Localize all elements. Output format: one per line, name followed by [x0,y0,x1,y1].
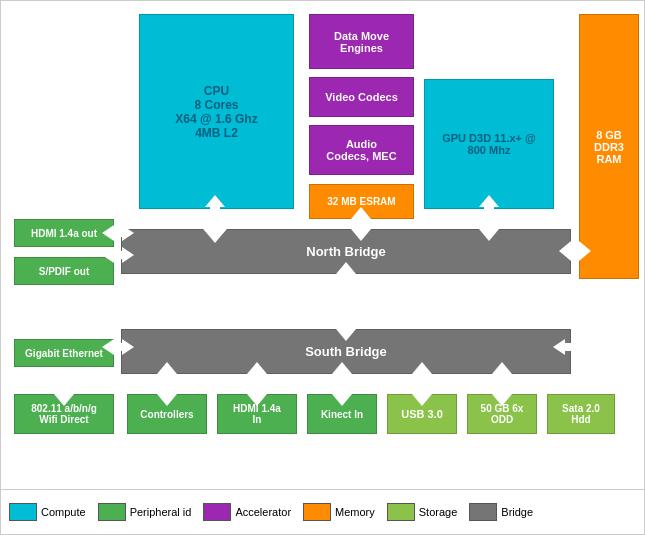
usb-label: USB 3.0 [401,408,443,420]
south-bridge-block: South Bridge [121,329,571,374]
cpu-label: CPU 8 Cores X64 @ 1.6 Ghz 4MB L2 [175,84,257,140]
gige-block: Gigabit Ethernet [14,339,114,367]
legend-accelerator: Accelerator [203,503,291,521]
svg-marker-47 [573,339,585,355]
odd-block: 50 GB 6x ODD [467,394,537,434]
south-bridge-label: South Bridge [305,344,387,359]
gpu-label: GPU D3D 11.x+ @ 800 Mhz [442,132,536,156]
audio-codecs-label: Audio Codecs, MEC [326,138,396,162]
legend-peripheral-label: Peripheral id [130,506,192,518]
legend-compute-box [9,503,37,521]
diagram-container: CPU 8 Cores X64 @ 1.6 Ghz 4MB L2 GPU D3D… [0,0,645,490]
kinect-label: Kinect In [321,409,363,420]
esram-label: 32 MB ESRAM [327,196,395,207]
sata-label: Sata 2.0 Hdd [562,403,600,425]
legend-compute: Compute [9,503,86,521]
spdif-block: S/PDIF out [14,257,114,285]
esram-block: 32 MB ESRAM [309,184,414,219]
ram-block: 8 GB DDR3 RAM [579,14,639,279]
legend-storage-box [387,503,415,521]
hdmi-in-block: HDMI 1.4a In [217,394,297,434]
legend-memory-box [303,503,331,521]
legend-memory-label: Memory [335,506,375,518]
main-area: CPU 8 Cores X64 @ 1.6 Ghz 4MB L2 GPU D3D… [9,9,636,481]
legend-storage-label: Storage [419,506,458,518]
kinect-block: Kinect In [307,394,377,434]
gige-label: Gigabit Ethernet [25,348,103,359]
legend-compute-label: Compute [41,506,86,518]
legend-bridge-box [469,503,497,521]
legend-storage: Storage [387,503,458,521]
ram-label: 8 GB DDR3 RAM [594,129,624,165]
controllers-label: Controllers [140,409,193,420]
controllers-block: Controllers [127,394,207,434]
legend-bridge: Bridge [469,503,533,521]
audio-codecs-block: Audio Codecs, MEC [309,125,414,175]
video-codecs-block: Video Codecs [309,77,414,117]
legend-accelerator-label: Accelerator [235,506,291,518]
sata-block: Sata 2.0 Hdd [547,394,615,434]
legend-peripheral-box [98,503,126,521]
gpu-block: GPU D3D 11.x+ @ 800 Mhz [424,79,554,209]
video-codecs-label: Video Codecs [325,91,398,103]
usb-block: USB 3.0 [387,394,457,434]
legend: Compute Peripheral id Accelerator Memory… [0,490,645,535]
dme-block: Data Move Engines [309,14,414,69]
legend-bridge-label: Bridge [501,506,533,518]
legend-peripheral: Peripheral id [98,503,192,521]
hdmi-in-label: HDMI 1.4a In [233,403,281,425]
legend-accelerator-box [203,503,231,521]
hdmi-out-label: HDMI 1.4a out [31,228,97,239]
hdmi-out-block: HDMI 1.4a out [14,219,114,247]
wifi-label: 802.11 a/b/n/g Wifi Direct [31,403,97,425]
wifi-block: 802.11 a/b/n/g Wifi Direct [14,394,114,434]
legend-memory: Memory [303,503,375,521]
north-bridge-block: North Bridge [121,229,571,274]
spdif-label: S/PDIF out [39,266,90,277]
odd-label: 50 GB 6x ODD [481,403,524,425]
dme-label: Data Move Engines [334,30,389,54]
cpu-block: CPU 8 Cores X64 @ 1.6 Ghz 4MB L2 [139,14,294,209]
north-bridge-label: North Bridge [306,244,385,259]
